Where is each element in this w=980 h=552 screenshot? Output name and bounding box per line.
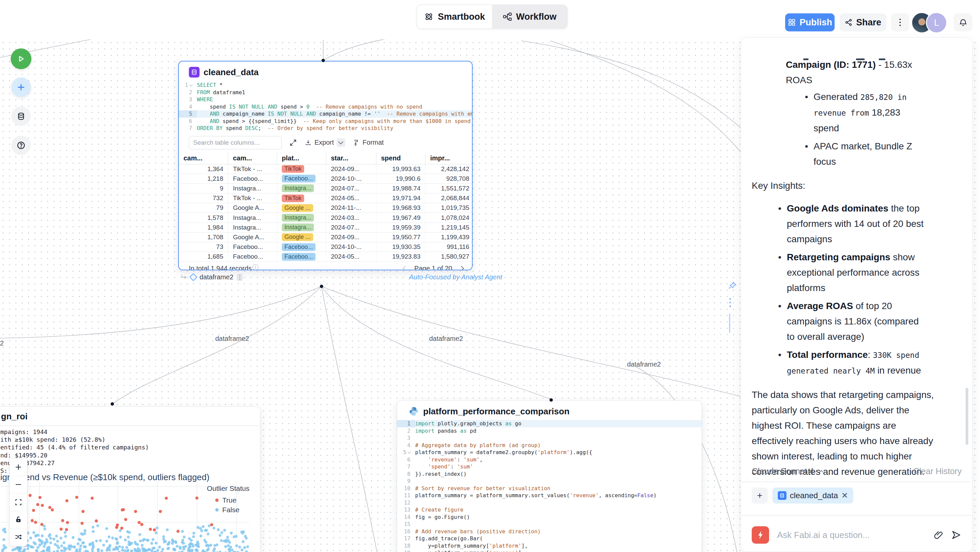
- code-line[interactable]: 9: [397, 477, 702, 485]
- shuffle-layout-button[interactable]: [10, 529, 27, 546]
- run-workflow-button[interactable]: [11, 48, 32, 69]
- scatter-plot[interactable]: Outlier Status True False: [0, 482, 260, 552]
- svg-text:True: True: [222, 496, 236, 504]
- code-line[interactable]: 12: [397, 499, 702, 507]
- more-options-button[interactable]: [891, 13, 909, 32]
- code-line[interactable]: 11platform_summary = platform_summary.so…: [397, 492, 702, 499]
- code-line[interactable]: 3WHERE: [179, 96, 472, 103]
- publish-button[interactable]: Publish: [785, 13, 835, 32]
- code-line[interactable]: 17fig.add_trace(go.Bar(: [397, 535, 702, 542]
- code-line[interactable]: 2FROM dataframe1: [179, 89, 472, 96]
- code-line[interactable]: 5platform_summary = dataframe2.groupby('…: [397, 449, 702, 456]
- chat-input[interactable]: [776, 530, 926, 541]
- lock-interactivity-button[interactable]: [10, 511, 27, 529]
- code-line[interactable]: 4 spend IS NOT NULL AND spend > 0 -- Rem…: [179, 103, 472, 111]
- add-cell-button[interactable]: [11, 78, 31, 97]
- question-icon: [16, 141, 26, 150]
- code-line[interactable]: 1import plotly.graph_objects as go: [397, 420, 702, 427]
- notifications-button[interactable]: [954, 13, 972, 32]
- add-context-button[interactable]: +: [752, 487, 768, 504]
- node-output-pill[interactable]: dataframe2: [180, 273, 243, 281]
- model-selector[interactable]: Claude Sonnet 4: [752, 466, 824, 476]
- table-row[interactable]: 1,685Faceboo...Faceboo...2024-05...19,92…: [179, 252, 472, 262]
- code-line[interactable]: 3: [397, 434, 702, 442]
- analyst-chat-panel: Campaign (ID: 1771) - 15.63x ROASGenerat…: [741, 37, 973, 552]
- panel-drag-handle[interactable]: [729, 298, 731, 300]
- share-button[interactable]: Share: [840, 13, 886, 32]
- code-line[interactable]: 18 y=platform_summary['platform'],: [397, 542, 702, 550]
- code-line[interactable]: 10# Sort by revenue for better visualiza…: [397, 485, 702, 492]
- code-line[interactable]: 14fig = go.Figure(): [397, 514, 702, 521]
- pill-menu-icon[interactable]: [237, 274, 243, 281]
- table-cell: 1,019,735: [425, 203, 473, 213]
- zoom-in-button[interactable]: [10, 458, 27, 476]
- chevron-up-icon: [818, 468, 824, 475]
- table-row[interactable]: 79Google A...Google ...2024-11-...19,968…: [179, 203, 472, 213]
- context-chip-cleaned-data[interactable]: cleaned_data ✕: [772, 487, 853, 504]
- clear-history-button[interactable]: Clear History: [913, 466, 962, 476]
- export-menu-chevron[interactable]: [337, 138, 345, 147]
- code-line[interactable]: 7ORDER BY spend DESC; -- Order by spend …: [179, 125, 472, 132]
- code-line[interactable]: 19 x=platform_summary['revenue'],: [397, 549, 702, 552]
- stat-line: entified: 45 (4.4% of filtered campaigns…: [0, 444, 149, 451]
- code-line[interactable]: 15: [397, 520, 702, 528]
- canvas-controls: [10, 458, 27, 546]
- table-row[interactable]: 1,984Instagra...Instagra...2024-07...19,…: [179, 223, 472, 232]
- code-line[interactable]: 16# Add revenue bars (positive direction…: [397, 528, 702, 535]
- node-input-handle[interactable]: [111, 402, 114, 406]
- platform-badge: TikTok: [282, 194, 304, 202]
- column-header[interactable]: cam...: [228, 153, 277, 164]
- code-line[interactable]: 4# Aggregate data by platform (ad group): [397, 442, 702, 449]
- next-page-button[interactable]: [459, 266, 464, 270]
- code-line[interactable]: 6 'revenue': 'sum',: [397, 456, 702, 463]
- help-button[interactable]: [11, 136, 31, 155]
- code-line[interactable]: 13# Create figure: [397, 506, 702, 514]
- column-header[interactable]: star...: [326, 153, 376, 164]
- code-line[interactable]: 5 AND campaign_name IS NOT NULL AND camp…: [179, 110, 472, 118]
- remove-context-icon[interactable]: ✕: [841, 491, 848, 500]
- table-cell: 2024-05...: [326, 252, 376, 261]
- node-input-handle[interactable]: [549, 398, 553, 402]
- code-line[interactable]: 6 AND spend > {{spend_limit}} -- Keep on…: [179, 118, 472, 125]
- column-header[interactable]: spend: [376, 153, 425, 164]
- table-cell: Instagra...: [277, 223, 326, 232]
- table-row[interactable]: 9Instagra...Instagra...2024-07...19,988.…: [179, 184, 472, 194]
- panel-scrollbar[interactable]: [966, 388, 968, 445]
- table-row[interactable]: 1,218Faceboo...Faceboo...2024-10-...19,9…: [179, 174, 472, 184]
- table-row[interactable]: 73Faceboo...Faceboo...2024-10-...19,930.…: [179, 242, 472, 252]
- column-header[interactable]: plat...: [277, 153, 326, 164]
- search-table-columns-input[interactable]: [189, 136, 282, 150]
- table-row[interactable]: 1,578Instagra...Instagra...2024-03...19,…: [179, 213, 472, 223]
- node-cleaned-data[interactable]: cleaned_data 1SELECT *2FROM dataframe13W…: [178, 61, 473, 270]
- node-output-handle[interactable]: [320, 285, 323, 288]
- table-row[interactable]: 1,364TikTok - ...TikTok2024-09...19,993.…: [179, 164, 472, 174]
- edge-label-dataframe2: dataframe2: [429, 335, 463, 342]
- column-header[interactable]: cam...: [179, 153, 228, 164]
- node-campaign-roi[interactable]: gn_roi mpaigns: 1944ith ≥$10k spend: 102…: [0, 406, 260, 552]
- format-button[interactable]: Format: [353, 139, 384, 146]
- send-icon[interactable]: [951, 530, 962, 540]
- python-code-editor[interactable]: 1import plotly.graph_objects as go2impor…: [397, 420, 702, 552]
- plot-legend: Outlier Status True False: [207, 485, 249, 514]
- column-header[interactable]: impr...: [425, 153, 473, 164]
- table-row[interactable]: 1,708Google A...Google ...2024-09...19,9…: [179, 232, 472, 242]
- export-button[interactable]: Export: [304, 138, 345, 147]
- unpin-panel-icon[interactable]: [727, 281, 737, 291]
- attach-file-icon[interactable]: [934, 530, 943, 540]
- data-sources-button[interactable]: [11, 107, 31, 126]
- code-line[interactable]: 2import pandas as pd: [397, 427, 702, 435]
- tab-smartbook[interactable]: Smartbook: [417, 5, 492, 29]
- table-row[interactable]: 732TikTok - ...TikTok2024-05...19,971.94…: [179, 194, 472, 203]
- code-line[interactable]: 8}).reset_index(): [397, 471, 702, 478]
- tab-workflow[interactable]: Workflow: [492, 5, 567, 29]
- sql-code-editor[interactable]: 1SELECT *2FROM dataframe13WHERE4 spend I…: [179, 81, 472, 132]
- prev-page-button[interactable]: [402, 266, 408, 270]
- node-platform-performance-comparison[interactable]: platform_performance_comparison 1import …: [397, 400, 702, 552]
- node-input-handle[interactable]: [321, 59, 325, 62]
- expand-table-icon[interactable]: [289, 139, 297, 147]
- avatar[interactable]: L: [926, 12, 947, 33]
- code-line[interactable]: 7 'spend': 'sum': [397, 463, 702, 471]
- code-line[interactable]: 1SELECT *: [179, 81, 472, 89]
- fit-view-button[interactable]: [10, 493, 27, 511]
- zoom-out-button[interactable]: [10, 476, 27, 494]
